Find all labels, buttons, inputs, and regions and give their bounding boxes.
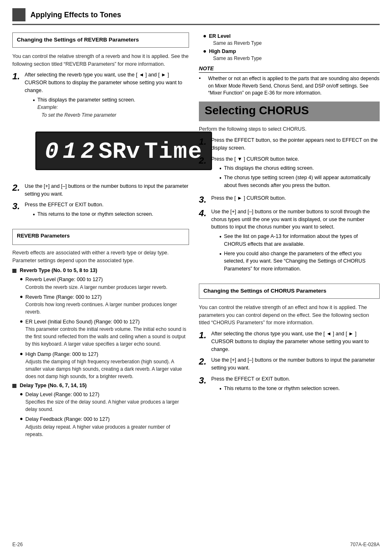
high-damp-content: High Damp (Range: 000 to 127) Adjusts th… xyxy=(25,351,189,381)
chorus-step-2-num: 2. xyxy=(199,155,211,166)
chorus-step-4-content: Use the [+] and [–] buttons or the numbe… xyxy=(211,208,380,275)
step-3-bullet: • This returns to the tone or rhythm sel… xyxy=(33,210,189,218)
reverb-step-3: 3. Press the EFFECT or EXIT button. • Th… xyxy=(12,201,189,220)
reverb-time-item: ● Reverb Time (Range: 000 to 127) Contro… xyxy=(20,293,189,316)
right-dot-2: ● xyxy=(203,48,206,55)
chorus-params-intro: You can control the relative strength of… xyxy=(199,304,380,327)
high-damp-right-label: High Damp xyxy=(209,48,236,54)
chorus-step-2-text: Press the [ ▼ ] CURSOR button twice. xyxy=(211,156,299,162)
note-bullet: • Whether or not an effect is applied to… xyxy=(199,75,380,97)
lcd-num3: 2 xyxy=(81,138,95,165)
step-2-num: 2. xyxy=(12,182,25,193)
note-text: Whether or not an effect is applied to t… xyxy=(208,75,380,97)
high-damp-desc: Adjusts the damping of high frequency re… xyxy=(25,359,182,379)
chorus-step-1-num: 1. xyxy=(199,136,211,147)
reverb-time-desc: Controls how long reverb continues. A la… xyxy=(25,302,177,315)
step-3-text: Press the EFFECT or EXIT button. xyxy=(25,202,104,208)
reverb-time-content: Reverb Time (Range: 000 to 127) Controls… xyxy=(25,293,189,316)
chorus-params-step-1-num: 1. xyxy=(199,330,211,340)
chorus-params-step-1: 1. After selecting the chorus type you w… xyxy=(199,330,380,353)
reverb-level-title: Reverb Level (Range: 000 to 127) xyxy=(25,277,103,282)
selecting-chorus-title: Selecting CHORUS xyxy=(205,104,374,117)
chorus-params-step-3-dot: • xyxy=(219,386,221,392)
chorus-step-4-num: 4. xyxy=(199,208,211,218)
chorus-params-step-1-content: After selecting the chorus type you want… xyxy=(211,330,380,353)
page: Applying Effects to Tones Changing the S… xyxy=(0,0,392,554)
note-title: NOTE xyxy=(199,65,380,73)
chorus-step-2-dot-2: • xyxy=(219,175,221,181)
sub-dot-6: ● xyxy=(20,416,23,422)
high-damp-right-content: High Damp Same as Reverb Type xyxy=(209,48,262,61)
example-text: To set the Reverb Time parameter xyxy=(42,112,116,118)
chorus-step-2-bullet-2: • The chorus type setting screen (step 4… xyxy=(219,174,380,189)
chorus-params-step-2: 2. Use the [+] and [–] buttons or the nu… xyxy=(199,356,380,372)
sub-dot-2: ● xyxy=(20,293,23,300)
chorus-step-4-dot-1: • xyxy=(219,234,221,240)
chorus-params-step-3-num: 3. xyxy=(199,375,211,385)
reverb-settings-title: Changing the Settings of REVERB Paramete… xyxy=(17,36,184,44)
chorus-step-4-bullet-1: • See the list on page A-13 for informat… xyxy=(219,233,380,248)
er-level-content: ER Level (Initial Echo Sound) (Range: 00… xyxy=(25,318,189,348)
chorus-step-1-content: Press the EFFECT button, so the pointer … xyxy=(211,136,380,152)
reverb-params-intro: Reverb effects are associated with eithe… xyxy=(12,249,189,265)
er-level-right: ● ER Level Same as Reverb Type xyxy=(203,32,380,46)
chorus-params-step-2-num: 2. xyxy=(199,356,211,367)
delay-type-group: Delay Type (No. 6, 7, 14, 15) xyxy=(12,383,189,388)
er-level-item: ● ER Level (Initial Echo Sound) (Range: … xyxy=(20,318,189,348)
document-code: 707A-E-028A xyxy=(350,542,380,547)
chorus-step-2-b2-text: The chorus type setting screen (step 4) … xyxy=(224,174,380,189)
er-level-desc: This parameter controls the initial reve… xyxy=(25,326,186,347)
chorus-step-3-content: Press the [ ► ] CURSOR button. xyxy=(211,194,380,202)
left-column: Changing the Settings of REVERB Paramete… xyxy=(12,32,189,441)
high-damp-title: High Damp (Range: 000 to 127) xyxy=(25,351,98,357)
delay-level-item: ● Delay Level (Range: 000 to 127) Specif… xyxy=(20,391,189,413)
step-1-num: 1. xyxy=(12,71,25,81)
chorus-step-2-b1-text: This displays the chorus editing screen. xyxy=(224,164,314,172)
reverb-level-desc: Controls the reverb size. A larger numbe… xyxy=(25,284,168,290)
delay-feedback-desc: Adjusts delay repeat. A higher value pro… xyxy=(25,424,170,437)
page-number: E-26 xyxy=(12,542,23,547)
sq-dot-1 xyxy=(12,269,16,273)
chorus-params-step-3-text: Press the EFFECT or EXIT button. xyxy=(211,376,290,382)
reverb-params-box: REVERB Parameters xyxy=(12,229,189,245)
reverb-time-title: Reverb Time (Range: 000 to 127) xyxy=(25,294,102,300)
chorus-params-step-3-b1-text: This returns to the tone or rhythm selec… xyxy=(224,385,340,392)
step-1-content: After selecting the reverb type you want… xyxy=(25,71,189,121)
example-label: Example: xyxy=(37,104,58,110)
delay-type-items: ● Delay Level (Range: 000 to 127) Specif… xyxy=(20,391,189,438)
delay-feedback-item: ● Delay Feedback (Range: 000 to 127) Adj… xyxy=(20,416,189,438)
er-level-right-label: ER Level xyxy=(209,33,231,39)
chorus-step-4-text: Use the [+] and [–] buttons or the numbe… xyxy=(211,209,370,230)
bullet-1-content: This displays the parameter setting scre… xyxy=(37,96,135,119)
er-level-right-desc: Same as Reverb Type xyxy=(213,40,262,46)
chorus-intro: Perform the following steps to select CH… xyxy=(199,125,380,133)
high-damp-right: ● High Damp Same as Reverb Type xyxy=(203,48,380,61)
sub-dot-1: ● xyxy=(20,276,23,282)
er-level-right-content: ER Level Same as Reverb Type xyxy=(209,32,262,46)
chorus-step-2: 2. Press the [ ▼ ] CURSOR button twice. … xyxy=(199,155,380,191)
bullet-dot-1: • xyxy=(33,97,35,103)
note-section: NOTE • Whether or not an effect is appli… xyxy=(199,65,380,97)
lcd-inner: 0 1 2 SRv Time xyxy=(45,138,203,165)
high-damp-item: ● High Damp (Range: 000 to 127) Adjusts … xyxy=(20,351,189,381)
step-1-text: After selecting the reverb type you want… xyxy=(25,72,182,93)
sq-dot-2 xyxy=(12,384,16,388)
note-dot: • xyxy=(199,75,201,81)
page-footer: E-26 707A-E-028A xyxy=(12,542,380,547)
chorus-step-4-dot-2: • xyxy=(219,251,221,257)
reverb-step-1: 1. After selecting the reverb type you w… xyxy=(12,71,189,121)
reverb-settings-box: Changing the Settings of REVERB Paramete… xyxy=(12,32,189,48)
step-1-bullet-1: • This displays the parameter setting sc… xyxy=(33,96,189,119)
reverb-params-title: REVERB Parameters xyxy=(17,233,184,239)
chorus-step-4-b2-text: Here you could also change the parameter… xyxy=(224,250,380,273)
delay-level-content: Delay Level (Range: 000 to 127) Specifie… xyxy=(25,391,189,413)
reverb-intro: You can control the relative strength of… xyxy=(12,53,189,68)
lcd-srv: SRv xyxy=(99,138,140,165)
reverb-type-label: Reverb Type (No. 0 to 5, 8 to 13) xyxy=(20,268,97,273)
sub-dot-5: ● xyxy=(20,391,23,397)
sub-dot-4: ● xyxy=(20,351,23,357)
delay-level-title: Delay Level (Range: 000 to 127) xyxy=(25,392,99,397)
delay-feedback-content: Delay Feedback (Range: 000 to 127) Adjus… xyxy=(25,416,189,438)
chorus-step-2-dot-1: • xyxy=(219,166,221,171)
bullet-dot-3: • xyxy=(33,212,35,217)
